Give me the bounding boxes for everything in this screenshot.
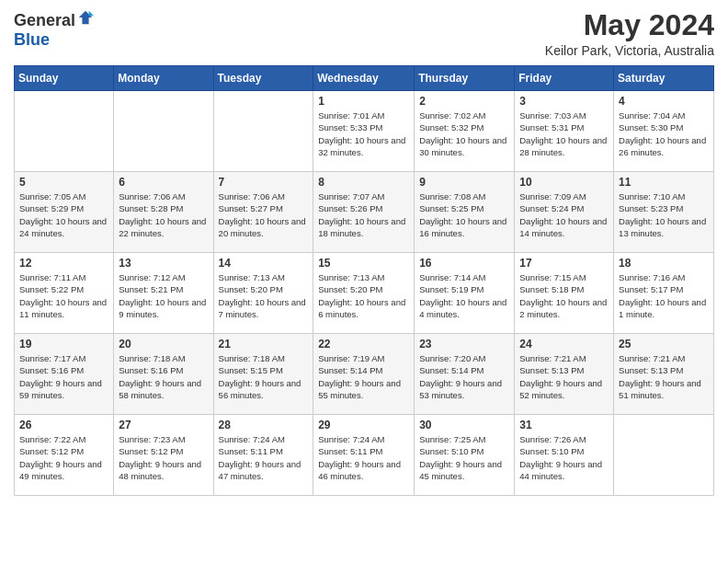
title-section: May 2024 Keilor Park, Victoria, Australi… [545, 9, 714, 58]
day-info: Sunrise: 7:03 AMSunset: 5:31 PMDaylight:… [519, 109, 609, 158]
day-info: Sunrise: 7:17 AMSunset: 5:16 PMDaylight:… [19, 352, 108, 401]
day-number: 14 [219, 257, 309, 270]
calendar-cell: 7Sunrise: 7:06 AMSunset: 5:27 PMDaylight… [213, 172, 313, 253]
svg-marker-1 [89, 11, 94, 16]
day-number: 7 [219, 176, 309, 189]
day-number: 18 [619, 257, 709, 270]
day-info: Sunrise: 7:07 AMSunset: 5:26 PMDaylight:… [318, 190, 409, 239]
day-info: Sunrise: 7:24 AMSunset: 5:11 PMDaylight:… [219, 433, 309, 482]
header: General Blue May 2024 Keilor Park, Victo… [14, 9, 714, 58]
day-info: Sunrise: 7:05 AMSunset: 5:29 PMDaylight:… [19, 190, 108, 239]
day-header-sunday: Sunday [15, 66, 114, 91]
day-info: Sunrise: 7:08 AMSunset: 5:25 PMDaylight:… [419, 190, 509, 239]
day-info: Sunrise: 7:15 AMSunset: 5:18 PMDaylight:… [519, 271, 609, 320]
calendar-table: SundayMondayTuesdayWednesdayThursdayFrid… [14, 65, 714, 496]
day-info: Sunrise: 7:09 AMSunset: 5:24 PMDaylight:… [519, 190, 609, 239]
day-info: Sunrise: 7:14 AMSunset: 5:19 PMDaylight:… [419, 271, 509, 320]
day-number: 26 [19, 419, 108, 431]
day-number: 16 [419, 257, 509, 270]
location-title: Keilor Park, Victoria, Australia [545, 43, 714, 58]
day-header-saturday: Saturday [614, 66, 714, 91]
calendar-cell: 3Sunrise: 7:03 AMSunset: 5:31 PMDaylight… [515, 91, 614, 172]
calendar-cell: 10Sunrise: 7:09 AMSunset: 5:24 PMDayligh… [515, 172, 614, 253]
day-header-friday: Friday [515, 66, 614, 91]
day-info: Sunrise: 7:22 AMSunset: 5:12 PMDaylight:… [19, 433, 108, 482]
day-info: Sunrise: 7:06 AMSunset: 5:28 PMDaylight:… [119, 190, 208, 239]
day-number: 30 [419, 419, 509, 431]
calendar-week-row: 12Sunrise: 7:11 AMSunset: 5:22 PMDayligh… [15, 253, 714, 334]
calendar-cell: 20Sunrise: 7:18 AMSunset: 5:16 PMDayligh… [114, 334, 213, 415]
day-info: Sunrise: 7:26 AMSunset: 5:10 PMDaylight:… [519, 433, 609, 482]
day-header-monday: Monday [114, 66, 213, 91]
day-info: Sunrise: 7:10 AMSunset: 5:23 PMDaylight:… [619, 190, 709, 239]
day-info: Sunrise: 7:13 AMSunset: 5:20 PMDaylight:… [219, 271, 309, 320]
day-info: Sunrise: 7:21 AMSunset: 5:13 PMDaylight:… [619, 352, 709, 401]
logo-icon [77, 9, 94, 26]
day-number: 5 [19, 176, 108, 189]
day-info: Sunrise: 7:11 AMSunset: 5:22 PMDaylight:… [19, 271, 108, 320]
day-number: 10 [519, 176, 609, 189]
day-info: Sunrise: 7:19 AMSunset: 5:14 PMDaylight:… [318, 352, 409, 401]
day-info: Sunrise: 7:23 AMSunset: 5:12 PMDaylight:… [119, 433, 208, 482]
day-number: 19 [19, 338, 108, 350]
day-header-wednesday: Wednesday [313, 66, 415, 91]
day-number: 17 [519, 257, 609, 270]
day-number: 22 [318, 338, 409, 350]
calendar-week-row: 19Sunrise: 7:17 AMSunset: 5:16 PMDayligh… [15, 334, 714, 415]
day-number: 31 [519, 419, 609, 431]
calendar-cell: 21Sunrise: 7:18 AMSunset: 5:15 PMDayligh… [213, 334, 313, 415]
calendar-cell: 19Sunrise: 7:17 AMSunset: 5:16 PMDayligh… [15, 334, 114, 415]
logo-blue-text: Blue [14, 30, 50, 50]
calendar-week-row: 5Sunrise: 7:05 AMSunset: 5:29 PMDaylight… [15, 172, 714, 253]
day-number: 28 [219, 419, 309, 431]
day-number: 1 [318, 95, 409, 108]
day-number: 21 [219, 338, 309, 350]
day-number: 9 [419, 176, 509, 189]
calendar-cell: 9Sunrise: 7:08 AMSunset: 5:25 PMDaylight… [415, 172, 515, 253]
calendar-cell [614, 415, 714, 496]
day-info: Sunrise: 7:06 AMSunset: 5:27 PMDaylight:… [219, 190, 309, 239]
calendar-cell: 27Sunrise: 7:23 AMSunset: 5:12 PMDayligh… [114, 415, 213, 496]
calendar-header-row: SundayMondayTuesdayWednesdayThursdayFrid… [15, 66, 714, 91]
logo: General Blue [14, 9, 94, 50]
calendar-cell: 6Sunrise: 7:06 AMSunset: 5:28 PMDaylight… [114, 172, 213, 253]
day-number: 11 [619, 176, 709, 189]
calendar-cell: 11Sunrise: 7:10 AMSunset: 5:23 PMDayligh… [614, 172, 714, 253]
calendar-cell: 26Sunrise: 7:22 AMSunset: 5:12 PMDayligh… [15, 415, 114, 496]
day-info: Sunrise: 7:12 AMSunset: 5:21 PMDaylight:… [119, 271, 208, 320]
day-info: Sunrise: 7:01 AMSunset: 5:33 PMDaylight:… [318, 109, 409, 158]
calendar-cell: 14Sunrise: 7:13 AMSunset: 5:20 PMDayligh… [213, 253, 313, 334]
day-number: 20 [119, 338, 208, 350]
calendar-cell: 2Sunrise: 7:02 AMSunset: 5:32 PMDaylight… [415, 91, 515, 172]
logo-general-text: General [14, 11, 75, 30]
calendar-cell: 16Sunrise: 7:14 AMSunset: 5:19 PMDayligh… [415, 253, 515, 334]
day-info: Sunrise: 7:18 AMSunset: 5:16 PMDaylight:… [119, 352, 208, 401]
day-number: 25 [619, 338, 709, 350]
day-info: Sunrise: 7:02 AMSunset: 5:32 PMDaylight:… [419, 109, 509, 158]
day-number: 13 [119, 257, 208, 270]
calendar-week-row: 1Sunrise: 7:01 AMSunset: 5:33 PMDaylight… [15, 91, 714, 172]
day-number: 23 [419, 338, 509, 350]
day-info: Sunrise: 7:21 AMSunset: 5:13 PMDaylight:… [519, 352, 609, 401]
calendar-cell: 12Sunrise: 7:11 AMSunset: 5:22 PMDayligh… [15, 253, 114, 334]
day-number: 29 [318, 419, 409, 431]
day-number: 27 [119, 419, 208, 431]
day-number: 24 [519, 338, 609, 350]
day-number: 12 [19, 257, 108, 270]
calendar-cell: 1Sunrise: 7:01 AMSunset: 5:33 PMDaylight… [313, 91, 415, 172]
day-number: 6 [119, 176, 208, 189]
day-number: 3 [519, 95, 609, 108]
calendar-cell: 8Sunrise: 7:07 AMSunset: 5:26 PMDaylight… [313, 172, 415, 253]
calendar-cell: 28Sunrise: 7:24 AMSunset: 5:11 PMDayligh… [213, 415, 313, 496]
calendar-cell: 25Sunrise: 7:21 AMSunset: 5:13 PMDayligh… [614, 334, 714, 415]
day-info: Sunrise: 7:04 AMSunset: 5:30 PMDaylight:… [619, 109, 709, 158]
day-info: Sunrise: 7:18 AMSunset: 5:15 PMDaylight:… [219, 352, 309, 401]
day-info: Sunrise: 7:20 AMSunset: 5:14 PMDaylight:… [419, 352, 509, 401]
calendar-cell [114, 91, 213, 172]
calendar-cell: 18Sunrise: 7:16 AMSunset: 5:17 PMDayligh… [614, 253, 714, 334]
day-number: 4 [619, 95, 709, 108]
calendar-week-row: 26Sunrise: 7:22 AMSunset: 5:12 PMDayligh… [15, 415, 714, 496]
calendar-cell: 15Sunrise: 7:13 AMSunset: 5:20 PMDayligh… [313, 253, 415, 334]
calendar-cell [213, 91, 313, 172]
month-title: May 2024 [545, 9, 714, 41]
